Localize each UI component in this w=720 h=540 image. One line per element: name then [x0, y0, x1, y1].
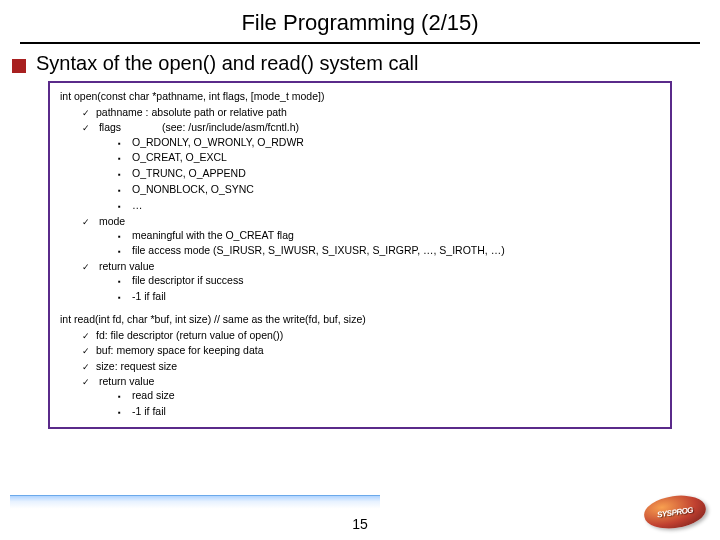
open-ret-2: -1 if fail	[118, 289, 660, 304]
read-params-list: fd: file descriptor (return value of ope…	[82, 328, 660, 418]
open-pathname: pathname : absolute path or relative pat…	[82, 105, 660, 119]
mode-line-1: meaningful with the O_CREAT flag	[118, 228, 660, 243]
read-fd: fd: file descriptor (return value of ope…	[82, 328, 660, 342]
read-size: size: request size	[82, 359, 660, 373]
flag-line-1: O_RDONLY, O_WRONLY, O_RDWR	[118, 135, 660, 150]
open-mode: mode meaningful with the O_CREAT flag fi…	[82, 214, 660, 259]
open-flags-note: (see: /usr/include/asm/fcntl.h)	[162, 121, 299, 133]
open-flags-label: flags	[99, 121, 121, 133]
bullet-square-icon	[12, 59, 26, 73]
flag-line-3: O_TRUNC, O_APPEND	[118, 166, 660, 181]
main-bullet-row: Syntax of the open() and read() system c…	[12, 52, 720, 75]
open-return: return value file descriptor if success …	[82, 259, 660, 304]
read-return: return value read size -1 if fail	[82, 374, 660, 419]
open-flags-values: O_RDONLY, O_WRONLY, O_RDWR O_CREAT, O_EX…	[118, 135, 660, 213]
open-signature: int open(const char *pathname, int flags…	[60, 89, 660, 103]
open-return-values: file descriptor if success -1 if fail	[118, 273, 660, 304]
logo-text: SYSPROG	[657, 505, 694, 519]
slide: File Programming (2/15) Syntax of the op…	[0, 0, 720, 540]
read-return-values: read size -1 if fail	[118, 388, 660, 419]
syntax-box: int open(const char *pathname, int flags…	[48, 81, 672, 429]
open-mode-values: meaningful with the O_CREAT flag file ac…	[118, 228, 660, 259]
footer-gradient-bar	[10, 495, 380, 510]
open-return-label: return value	[99, 260, 154, 272]
flag-line-5: …	[118, 198, 660, 213]
open-flags: flags (see: /usr/include/asm/fcntl.h) O_…	[82, 120, 660, 212]
open-mode-label: mode	[99, 215, 125, 227]
page-number: 15	[0, 516, 720, 532]
slide-title: File Programming (2/15)	[0, 0, 720, 42]
read-signature: int read(int fd, char *buf, int size) //…	[60, 312, 660, 326]
open-params-list: pathname : absolute path or relative pat…	[82, 105, 660, 304]
flag-line-4: O_NONBLOCK, O_SYNC	[118, 182, 660, 197]
mode-line-2: file access mode (S_IRUSR, S_IWUSR, S_IX…	[118, 243, 660, 258]
read-ret-2: -1 if fail	[118, 404, 660, 419]
main-bullet-text: Syntax of the open() and read() system c…	[36, 52, 418, 75]
read-return-label: return value	[99, 375, 154, 387]
title-separator	[20, 42, 700, 44]
read-ret-1: read size	[118, 388, 660, 403]
flag-line-2: O_CREAT, O_EXCL	[118, 150, 660, 165]
read-buf: buf: memory space for keeping data	[82, 343, 660, 357]
open-ret-1: file descriptor if success	[118, 273, 660, 288]
